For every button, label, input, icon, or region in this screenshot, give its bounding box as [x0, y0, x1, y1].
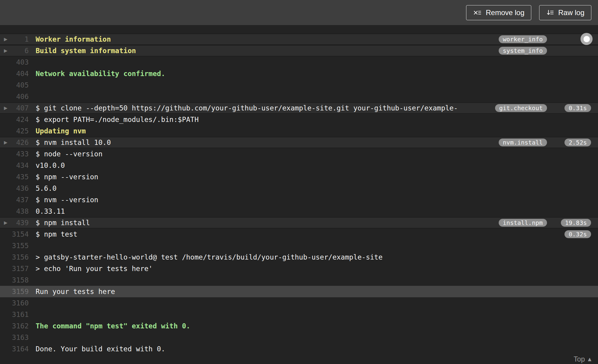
log-row: 4365.6.0	[0, 183, 598, 194]
duration-badge: 19.83s	[561, 219, 591, 227]
remove-log-icon	[473, 9, 482, 16]
log-row: ▶6Build system informationsystem_info	[0, 45, 598, 56]
log-text: 0.33.11	[36, 206, 65, 217]
line-number[interactable]: 437	[0, 194, 29, 206]
build-log-view: Remove log Raw log ▶1Worker informationw…	[0, 0, 598, 364]
log-row: 3164Done. Your build exited with 0.	[0, 343, 598, 355]
log-row: 437$ nvm --version	[0, 194, 598, 206]
log-row: 4380.33.11	[0, 206, 598, 217]
scroll-indicator-dot	[584, 36, 590, 42]
log-text: Worker information	[36, 34, 468, 45]
log-row: ▶426$ nvm install 10.0nvm.install2.52s	[0, 137, 598, 148]
log-text: $ npm --version	[36, 171, 98, 183]
line-number[interactable]: 3162	[0, 320, 29, 332]
log-row: 3162The command "npm test" exited with 0…	[0, 320, 598, 332]
log-text: Updating nvm	[36, 125, 86, 137]
line-number[interactable]: 406	[0, 91, 29, 102]
log-row: 3163	[0, 332, 598, 343]
log-row: 406	[0, 91, 598, 102]
log-row: 405	[0, 79, 598, 91]
log-row: 433$ node --version	[0, 148, 598, 160]
line-number[interactable]: 425	[0, 125, 29, 137]
log-text: $ nvm install 10.0	[36, 137, 468, 148]
log-row: 434v10.0.0	[0, 160, 598, 171]
log-row: ▶439$ npm installinstall.npm19.83s	[0, 217, 598, 228]
line-number[interactable]: 407	[0, 102, 29, 114]
log-text: Network availability confirmed.	[36, 68, 165, 79]
line-number[interactable]: 3157	[0, 263, 29, 274]
line-number[interactable]: 3163	[0, 332, 29, 343]
log-text: $ git clone --depth=50 https://github.co…	[36, 102, 468, 114]
log-text: $ nvm --version	[36, 194, 98, 206]
log-text: The command "npm test" exited with 0.	[36, 320, 190, 332]
log-row: 3156> gatsby-starter-hello-world@ test /…	[0, 251, 598, 263]
scroll-indicator[interactable]	[580, 33, 593, 45]
line-number[interactable]: 426	[0, 137, 29, 148]
log-row: ▶407$ git clone --depth=50 https://githu…	[0, 102, 598, 114]
log-row: 3158	[0, 274, 598, 286]
log-text: $ export PATH=./node_modules/.bin:$PATH	[36, 114, 199, 125]
line-number[interactable]: 436	[0, 183, 29, 194]
line-number[interactable]: 439	[0, 217, 29, 228]
line-number[interactable]: 3159	[0, 286, 29, 297]
log-text: > echo 'Run your tests here'	[36, 263, 153, 274]
log-text: > gatsby-starter-hello-world@ test /home…	[36, 251, 382, 263]
raw-log-label: Raw log	[558, 8, 584, 17]
log-text: $ npm test	[36, 228, 468, 240]
raw-log-icon	[546, 9, 554, 16]
back-to-top-link[interactable]: Top ▲	[574, 355, 591, 363]
log-text: Done. Your build exited with 0.	[36, 343, 165, 355]
line-number[interactable]: 3156	[0, 251, 29, 263]
line-number[interactable]: 433	[0, 148, 29, 160]
log-text: Run your tests here	[36, 286, 115, 297]
line-number[interactable]: 6	[0, 45, 29, 56]
log-row: 3160	[0, 297, 598, 309]
duration-badge: 0.31s	[564, 104, 591, 112]
log-body: ▶1Worker informationworker_info▶6Build s…	[0, 25, 598, 355]
log-row: 403	[0, 56, 598, 68]
line-number[interactable]: 405	[0, 79, 29, 91]
line-number[interactable]: 3164	[0, 343, 29, 355]
line-number[interactable]: 3155	[0, 240, 29, 251]
fold-name-badge: install.npm	[499, 219, 547, 227]
log-row: 435$ npm --version	[0, 171, 598, 183]
line-number[interactable]: 438	[0, 206, 29, 217]
log-row: 424$ export PATH=./node_modules/.bin:$PA…	[0, 114, 598, 125]
fold-name-badge: nvm.install	[499, 139, 547, 146]
line-number[interactable]: 404	[0, 68, 29, 79]
line-number[interactable]: 434	[0, 160, 29, 171]
log-footer: Top ▲	[0, 355, 598, 364]
line-number[interactable]: 3161	[0, 309, 29, 320]
fold-name-badge: system_info	[499, 47, 547, 55]
line-number[interactable]: 3158	[0, 274, 29, 286]
raw-log-button[interactable]: Raw log	[539, 5, 591, 20]
remove-log-label: Remove log	[486, 8, 524, 17]
log-text: $ npm install	[36, 217, 468, 228]
duration-badge: 2.52s	[564, 139, 591, 146]
log-text: 5.6.0	[36, 183, 56, 194]
log-row: 3154$ npm test0.32s	[0, 228, 598, 240]
log-row: 425Updating nvm	[0, 125, 598, 137]
remove-log-button[interactable]: Remove log	[466, 5, 531, 20]
duration-badge: 0.32s	[564, 230, 591, 238]
log-text: v10.0.0	[36, 160, 65, 171]
log-text: Build system information	[36, 45, 468, 56]
log-header: Remove log Raw log	[0, 0, 598, 25]
line-number[interactable]: 424	[0, 114, 29, 125]
fold-name-badge: worker_info	[499, 35, 547, 43]
log-row: 3157> echo 'Run your tests here'	[0, 263, 598, 274]
top-link-label: Top	[574, 355, 585, 363]
fold-name-badge: git.checkout	[495, 104, 547, 112]
log-text: $ node --version	[36, 148, 103, 160]
log-row: 3161	[0, 309, 598, 320]
log-row: 3159Run your tests here	[0, 286, 598, 297]
log-row: 404Network availability confirmed.	[0, 68, 598, 79]
up-triangle-icon: ▲	[588, 357, 591, 362]
line-number[interactable]: 3160	[0, 297, 29, 309]
log-row: ▶1Worker informationworker_info	[0, 34, 598, 45]
line-number[interactable]: 403	[0, 56, 29, 68]
log-row: 3155	[0, 240, 598, 251]
line-number[interactable]: 3154	[0, 228, 29, 240]
line-number[interactable]: 1	[0, 34, 29, 45]
line-number[interactable]: 435	[0, 171, 29, 183]
